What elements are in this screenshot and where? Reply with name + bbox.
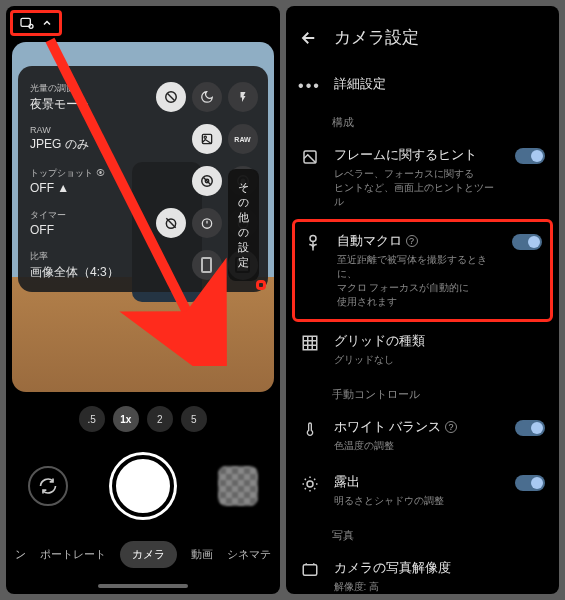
mode-overflow-left[interactable]: ン [15,547,26,562]
auto-macro-title: 自動マクロ? [337,232,499,250]
raw-icon[interactable]: RAW [228,124,258,154]
grid-icon [301,334,319,352]
qs-row-raw: RAW JPEG のみ RAW [30,118,258,160]
switch-icon [38,476,58,496]
grid-row[interactable]: グリッドの種類 グリッドなし [286,322,560,377]
qs-label: RAW [30,125,186,135]
white-balance-row[interactable]: ホワイト バランス? 色温度の調整 [286,408,560,463]
resolution-title: カメラの写真解像度 [334,559,546,577]
qs-label: タイマー [30,209,150,222]
section-composition: 構成 [286,105,560,136]
zoom-half[interactable]: .5 [79,406,105,432]
qs-row-exposure: 光量の調節 夜景モー▶ [30,76,258,118]
svg-rect-14 [303,336,317,350]
svg-rect-16 [303,565,317,576]
advanced-label: 詳細設定 [334,75,546,93]
thermometer-icon [302,420,318,438]
qs-label: トップショット ⦿ [30,167,186,180]
wb-toggle[interactable] [515,420,545,436]
frame-hint-toggle[interactable] [515,148,545,164]
more-settings-button[interactable]: その他の設定 [228,169,259,281]
page-title: カメラ設定 [334,26,419,49]
qs-value: JPEG のみ [30,136,186,153]
frame-hint-title: フレームに関するヒント [334,146,502,164]
help-icon[interactable]: ? [445,421,457,433]
qs-value: 画像全体（4:3） [30,264,186,281]
settings-header: カメラ設定 [286,6,560,65]
exposure-sub: 明るさとシャドウの調整 [334,494,502,508]
help-icon[interactable]: ? [406,235,418,247]
grid-title: グリッドの種類 [334,332,546,350]
wb-title: ホワイト バランス? [334,418,502,436]
timer-3-icon[interactable] [192,208,222,238]
svg-point-10 [202,219,211,228]
resolution-sub: 解像度: 高 [334,580,546,594]
qs-value: OFF [30,223,150,237]
mode-camera[interactable]: カメラ [120,541,177,568]
svg-point-15 [307,481,313,487]
qs-value: 夜景モー▶ [30,96,150,113]
exposure-toggle[interactable] [515,475,545,491]
nav-handle [98,584,188,588]
macro-icon [304,234,322,252]
back-icon[interactable] [300,29,318,47]
flash-icon[interactable] [228,82,258,112]
quick-settings-toggle[interactable] [10,10,62,36]
auto-macro-highlight: 自動マクロ? 至近距離で被写体を撮影するときに、 マクロ フォーカスが自動的に … [292,219,554,322]
timer-off-icon[interactable] [156,208,186,238]
zoom-5[interactable]: 5 [181,406,207,432]
shutter-button[interactable] [112,455,174,517]
zoom-2[interactable]: 2 [147,406,173,432]
exposure-row[interactable]: 露出 明るさとシャドウの調整 [286,463,560,518]
brightness-icon [301,475,319,493]
phone-settings-app: カメラ設定 ••• 詳細設定 構成 フレームに関するヒント レベラー、フォーカス… [286,6,560,594]
qs-value: OFF ▲ [30,181,186,195]
ratio-43-icon[interactable] [192,250,222,280]
chevron-up-icon [41,17,53,29]
exposure-title: 露出 [334,473,502,491]
qs-row-timer: タイマー OFF [30,202,258,244]
resolution-row[interactable]: カメラの写真解像度 解像度: 高 [286,549,560,594]
section-manual: 手動コントロール [286,377,560,408]
svg-point-4 [204,136,206,138]
qs-row-ratio: 比率 画像全体（4:3） [30,244,258,286]
mode-video[interactable]: 動画 [191,547,213,562]
switch-camera-button[interactable] [28,466,68,506]
frame-icon [301,148,319,166]
zoom-selector: .5 1x 2 5 [6,406,280,432]
night-icon[interactable] [192,82,222,112]
gallery-thumbnail[interactable] [218,466,258,506]
auto-macro-sub: 至近距離で被写体を撮影するときに、 マクロ フォーカスが自動的に 使用されます [337,253,499,309]
quick-settings-panel: 光量の調節 夜景モー▶ RAW JPEG のみ RAW トップショット ⦿ [18,66,268,292]
topshot-off-icon[interactable] [192,166,222,196]
mode-selector[interactable]: ン ポートレート カメラ 動画 シネマテ [6,541,280,568]
more-settings-highlight: その他の設定 [256,280,266,290]
shutter-controls [6,446,280,526]
phone-camera-app: 光量の調節 夜景モー▶ RAW JPEG のみ RAW トップショット ⦿ [6,6,280,594]
qs-label: 比率 [30,250,186,263]
frame-hint-sub: レベラー、フォーカスに関する ヒントなど、画面上のヒントとツール [334,167,502,209]
auto-macro-row[interactable]: 自動マクロ? 至近距離で被写体を撮影するときに、 マクロ フォーカスが自動的に … [295,222,551,319]
qs-row-topshot: トップショット ⦿ OFF ▲ [30,160,258,202]
jpeg-icon[interactable] [192,124,222,154]
frame-hint-row[interactable]: フレームに関するヒント レベラー、フォーカスに関する ヒントなど、画面上のヒント… [286,136,560,219]
mode-cinematic[interactable]: シネマテ [227,547,271,562]
tune-icon [19,15,35,31]
section-photo: 写真 [286,518,560,549]
zoom-1x[interactable]: 1x [113,406,139,432]
qs-label: 光量の調節 [30,82,150,95]
deny-icon[interactable] [156,82,186,112]
resolution-icon [301,561,319,579]
more-icon: ••• [298,77,321,95]
wb-sub: 色温度の調整 [334,439,502,453]
grid-sub: グリッドなし [334,353,546,367]
auto-macro-toggle[interactable] [512,234,542,250]
advanced-settings-row[interactable]: ••• 詳細設定 [286,65,560,105]
mode-portrait[interactable]: ポートレート [40,547,106,562]
svg-point-1 [29,24,33,28]
camera-top-bar [6,6,280,40]
